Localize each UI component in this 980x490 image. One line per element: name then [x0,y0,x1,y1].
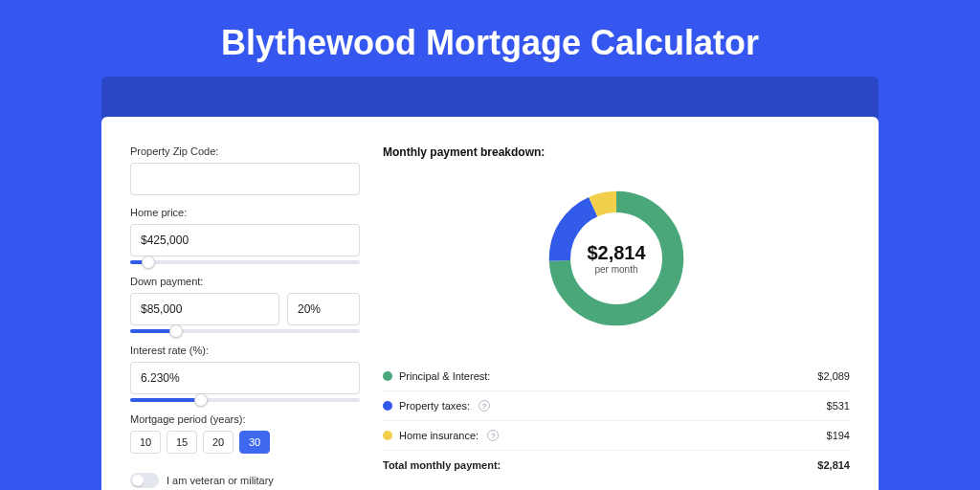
down-payment-input[interactable] [130,293,279,325]
down-payment-label: Down payment: [130,276,360,287]
legend-dot-icon [383,371,392,381]
donut-chart: $2,814 per month [542,184,691,333]
veteran-toggle-row: I am veteran or military [130,473,360,488]
donut-chart-wrap: $2,814 per month [383,178,850,343]
period-label: Mortgage period (years): [130,413,360,425]
interest-rate-field-group: Interest rate (%): [130,345,360,402]
down-payment-slider[interactable] [130,329,360,333]
veteran-toggle-label: I am veteran or military [167,475,274,486]
zip-label: Property Zip Code: [130,145,360,157]
interest-rate-label: Interest rate (%): [130,345,360,356]
legend-row: Principal & Interest:$2,089 [383,362,850,391]
interest-rate-slider[interactable] [130,398,360,402]
period-segment: 10152030 [130,431,360,454]
slider-thumb[interactable] [194,393,208,407]
legend-dot-icon [383,401,392,411]
period-field-group: Mortgage period (years): 10152030 [130,413,360,454]
period-option-10[interactable]: 10 [130,431,161,454]
home-price-input[interactable] [130,224,360,256]
zip-field-group: Property Zip Code: [130,145,360,195]
donut-center: $2,814 per month [542,184,691,333]
donut-center-sub: per month [594,264,637,275]
home-price-slider[interactable] [130,260,360,264]
interest-rate-input[interactable] [130,362,360,394]
inputs-column: Property Zip Code: Home price: Down paym… [130,145,360,490]
home-price-field-group: Home price: [130,207,360,264]
veteran-toggle[interactable] [130,473,159,488]
legend-total-label: Total monthly payment: [383,459,501,471]
breakdown-title: Monthly payment breakdown: [383,145,850,159]
legend: Principal & Interest:$2,089Property taxe… [383,362,850,479]
period-option-30[interactable]: 30 [239,431,270,454]
period-option-15[interactable]: 15 [167,431,197,454]
legend-row: Home insurance:?$194 [383,421,850,451]
legend-row: Property taxes:?$531 [383,391,850,421]
legend-item-label: Property taxes: [399,400,470,412]
legend-item-value: $194 [827,430,850,441]
down-payment-field-group: Down payment: [130,276,360,333]
help-icon[interactable]: ? [479,400,490,412]
down-payment-pct-input[interactable] [287,293,360,325]
page-title: Blythewood Mortgage Calculator [0,0,980,77]
legend-total-value: $2,814 [817,459,850,471]
legend-item-value: $531 [827,400,850,412]
legend-total-row: Total monthly payment:$2,814 [383,451,850,479]
header-strip [101,77,879,117]
slider-thumb[interactable] [142,256,155,269]
legend-dot-icon [383,431,392,440]
help-icon[interactable]: ? [487,430,499,441]
donut-center-value: $2,814 [587,242,645,264]
period-option-20[interactable]: 20 [203,431,234,454]
breakdown-column: Monthly payment breakdown: $2,814 per mo… [383,145,850,490]
zip-input[interactable] [130,163,360,195]
legend-item-label: Home insurance: [399,430,479,441]
legend-item-value: $2,089 [817,370,850,382]
home-price-label: Home price: [130,207,360,218]
slider-fill [130,398,201,402]
slider-thumb[interactable] [169,324,183,338]
calculator-card: Property Zip Code: Home price: Down paym… [101,117,879,490]
legend-item-label: Principal & Interest: [399,370,490,382]
